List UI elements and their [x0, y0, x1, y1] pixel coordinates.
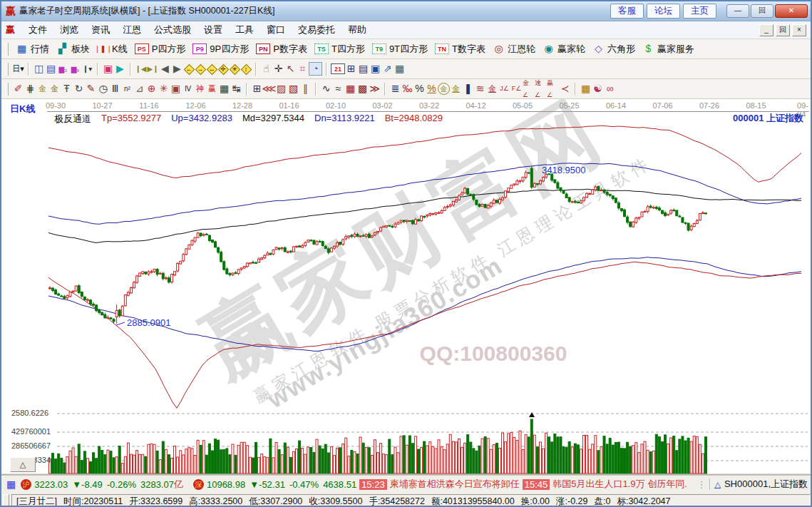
hexagon-icon[interactable]: ◇: [592, 43, 605, 55]
quote-grid-icon[interactable]: ▦: [6, 478, 16, 490]
first-page-icon[interactable]: ❙◀: [135, 63, 147, 75]
sort-flag-icon[interactable]: ▶: [114, 63, 126, 75]
hatch-icon[interactable]: ≫: [369, 83, 381, 95]
menu-item-settings[interactable]: 设置: [197, 22, 229, 38]
pointer-tool-icon[interactable]: ↖: [284, 63, 297, 75]
menu-item-trade[interactable]: 交易委托: [292, 22, 341, 38]
rail-lines-icon[interactable]: ⋕: [24, 83, 36, 95]
pan-right-icon[interactable]: →: [195, 63, 206, 75]
sector-blocks-icon[interactable]: ▞: [56, 43, 68, 55]
chart9-icon[interactable]: ▆₉: [69, 63, 81, 75]
t-number-button[interactable]: TNT数字表: [431, 42, 489, 56]
fan-box-icon[interactable]: ▨: [275, 83, 287, 95]
percent-icon[interactable]: %: [413, 83, 426, 95]
converge-icon[interactable]: ≺: [559, 83, 571, 95]
titlebar-link-home[interactable]: 主页: [683, 4, 716, 19]
menu-item-file[interactable]: 文件: [22, 22, 53, 38]
zoom-horizontal-icon[interactable]: ↔: [206, 63, 217, 75]
number-grid-icon[interactable]: ▦: [218, 83, 230, 95]
kline-button[interactable]: ❘❚❘K线: [93, 42, 131, 56]
f10-info-icon[interactable]: ▤: [45, 63, 57, 75]
menu-item-tools[interactable]: 工具: [229, 22, 260, 38]
winner-wheel-button[interactable]: ◉赢家轮: [539, 42, 589, 56]
shade-grid-icon[interactable]: ▩: [356, 83, 369, 95]
expand-all-icon[interactable]: ✛: [217, 63, 229, 75]
burst-icon[interactable]: ✳: [229, 63, 240, 75]
calculator-icon[interactable]: ⊞: [345, 63, 357, 75]
p9-square-button[interactable]: P99P四方形: [189, 42, 252, 56]
export-icon[interactable]: ⇗: [381, 63, 394, 75]
prev-page-icon[interactable]: ◀: [159, 63, 171, 75]
pattern-icon[interactable]: ▣: [102, 63, 114, 75]
spiral-icon[interactable]: ↻: [73, 83, 85, 95]
p-square-icon[interactable]: PS: [135, 43, 149, 54]
minimize-button[interactable]: —: [726, 4, 749, 18]
crosshair-icon[interactable]: ✛: [272, 63, 284, 75]
wave-icon[interactable]: ≈: [332, 83, 344, 95]
gold-level-icon[interactable]: 金: [450, 83, 462, 95]
menu-item-gann[interactable]: 江恩: [116, 22, 148, 38]
angle-pen-icon[interactable]: ✎: [85, 83, 97, 95]
menu-item-help[interactable]: 帮助: [341, 22, 373, 38]
winner-service-button[interactable]: $赢家服务: [639, 42, 698, 56]
close-button[interactable]: ✕: [775, 4, 808, 18]
gann-wheel-button[interactable]: ◎江恩轮: [489, 42, 539, 56]
n-square-icon[interactable]: n²: [121, 83, 133, 95]
square-target-icon[interactable]: ▣: [170, 83, 182, 95]
percent-line-icon[interactable]: %: [426, 83, 438, 95]
circle-target-icon[interactable]: ⊕: [145, 83, 158, 95]
menu-item-browse[interactable]: 浏览: [53, 22, 85, 38]
draw-pen-icon[interactable]: ✐: [12, 83, 24, 95]
service-dollar-icon[interactable]: $: [642, 43, 654, 55]
pan-left-icon[interactable]: ←: [183, 63, 195, 75]
t9-square-icon[interactable]: T9: [372, 43, 386, 54]
p-number-icon[interactable]: PN: [256, 43, 270, 54]
calendar-icon[interactable]: 21: [331, 63, 345, 74]
infinity-icon[interactable]: ∞: [604, 83, 616, 95]
taiji-icon[interactable]: ☯: [592, 83, 604, 95]
hexagon-button[interactable]: ◇六角形: [589, 42, 639, 56]
price-ladder-icon[interactable]: ≣: [389, 83, 401, 95]
zoom-vertical-icon[interactable]: ↕: [240, 63, 252, 75]
titlebar-link-forum[interactable]: 论坛: [647, 4, 680, 19]
gold-base-icon[interactable]: 金: [486, 83, 498, 95]
chart3-icon[interactable]: ▆₃: [57, 63, 69, 75]
p-square-button[interactable]: PSP四方形: [131, 42, 190, 56]
gold-ring-icon[interactable]: 金: [438, 83, 450, 95]
decline-percent-icon[interactable]: ‰: [401, 83, 413, 95]
mdi-close-button[interactable]: ×: [792, 24, 806, 36]
last-page-icon[interactable]: ▶❙: [147, 63, 159, 75]
t-square-button[interactable]: TST四方形: [311, 42, 369, 56]
grid-highlight-icon[interactable]: ▦: [580, 83, 592, 95]
mirror-icon[interactable]: ⊿: [133, 83, 145, 95]
window-split-icon[interactable]: ⊞: [251, 83, 263, 95]
t9-square-button[interactable]: T99T四方形: [369, 42, 431, 56]
t-number-icon[interactable]: TN: [435, 43, 449, 54]
time-cycle-icon[interactable]: ◷: [97, 83, 109, 95]
gold-grid9-icon[interactable]: 金: [48, 83, 61, 95]
kline-chart-canvas[interactable]: 3418.95002885.0901: [1, 99, 811, 475]
menu-item-window[interactable]: 窗口: [260, 22, 292, 38]
sector-button[interactable]: ▞板块: [53, 42, 93, 56]
next-page-icon[interactable]: ▶: [171, 63, 183, 75]
candle-edit-icon[interactable]: ❚: [462, 83, 474, 95]
angle-gold-icon[interactable]: 金∠: [523, 83, 535, 95]
toolbar-grip[interactable]: [5, 63, 9, 76]
bars-icon[interactable]: Ⅲ: [109, 83, 121, 95]
memo-icon[interactable]: ▤: [357, 63, 369, 75]
angle-j-icon[interactable]: J∠: [498, 83, 510, 95]
winner-wheel-icon[interactable]: ◉: [543, 43, 555, 55]
cycle-sphere-icon[interactable]: ◔: [309, 62, 322, 76]
resize-grip[interactable]: [3, 494, 9, 507]
hand-tool-icon[interactable]: ☝: [260, 63, 272, 75]
p9-square-icon[interactable]: P9: [192, 43, 207, 54]
channel-wave-icon[interactable]: ≋: [474, 83, 486, 95]
mdi-minimize-button[interactable]: _: [759, 24, 774, 36]
current-symbol-label[interactable]: SH000001,上证指数: [724, 478, 808, 491]
shen-grid-icon[interactable]: 神: [194, 83, 206, 95]
t-square-icon[interactable]: TS: [314, 43, 329, 54]
parallel-lines-icon[interactable]: ∥: [299, 83, 312, 95]
titlebar-link-service[interactable]: 客服: [610, 4, 644, 19]
ray-burst-icon[interactable]: ✳: [158, 83, 170, 95]
diagonal-box-icon[interactable]: ▧: [287, 83, 299, 95]
